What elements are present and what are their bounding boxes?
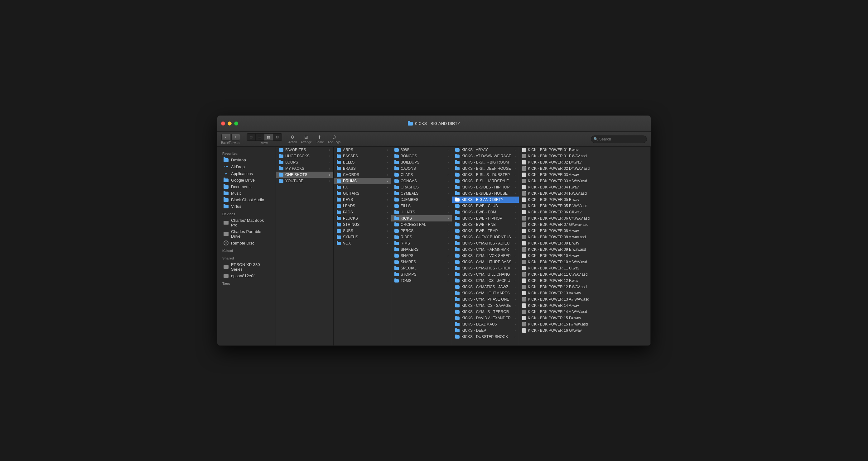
search-box[interactable]: 🔍 bbox=[591, 135, 647, 143]
col2-chords[interactable]: CHORDS › bbox=[334, 172, 391, 178]
icon-view-button[interactable]: ⊞ bbox=[247, 134, 256, 140]
col3-fills[interactable]: FILLS › bbox=[391, 203, 452, 209]
col3-congas[interactable]: CONGAS › bbox=[391, 178, 452, 184]
col2-bells[interactable]: BELLS › bbox=[334, 159, 391, 165]
action-button[interactable]: ⚙ Action bbox=[288, 134, 297, 144]
col4-kicks-cym-nightmares[interactable]: KICKS - CYM...IGHTMARES › bbox=[452, 290, 519, 296]
col2-leads[interactable]: LEADS › bbox=[334, 203, 391, 209]
col4-kicks-cym-savage[interactable]: KICKS - CYM...CS - SAVAGE › bbox=[452, 302, 519, 309]
maximize-button[interactable] bbox=[234, 122, 238, 126]
col4-kicks-big-and-dirty[interactable]: KICKS - BIG AND DIRTY › bbox=[452, 197, 519, 203]
col5-file-16g-wav[interactable]: KICK - BDK POWER 16 G#.wav bbox=[519, 327, 650, 334]
col3-percs[interactable]: PERCS › bbox=[391, 228, 452, 234]
col4-kicks-cymatics-grex[interactable]: KICKS - CYMATICS - G-REX › bbox=[452, 265, 519, 271]
col4-kicks-dubstep[interactable]: KICKS - DUBSTEP SHOCK › bbox=[452, 334, 519, 340]
col1-favorites[interactable]: FAVORITES › bbox=[276, 147, 333, 153]
col5-file-02d-wav[interactable]: KICK - BDK POWER 02 D#.wav bbox=[519, 159, 650, 165]
col2-guitars[interactable]: GUITARS › bbox=[334, 190, 391, 197]
col4-kicks-cym-phase-one[interactable]: KICKS - CYM...PHASE ONE › bbox=[452, 296, 519, 302]
col3-stomps[interactable]: STOMPS › bbox=[391, 271, 452, 277]
col5-file-09e-asd[interactable]: KICK - BDK POWER 09 E.wav.asd bbox=[519, 246, 650, 253]
col3-shakers[interactable]: SHAKERS › bbox=[391, 246, 452, 253]
col3-rims[interactable]: RIMS › bbox=[391, 240, 452, 246]
col5-file-12f-asd[interactable]: KICK - BDK POWER 12 F.WAV.asd bbox=[519, 284, 650, 290]
col4-kicks-cym-jack[interactable]: KICKS - CYM...ICS - JACK U › bbox=[452, 277, 519, 284]
col5-file-13as-wav[interactable]: KICK - BDK POWER 13 A#.wav bbox=[519, 290, 650, 296]
col5-file-09e-wav[interactable]: KICK - BDK POWER 09 E.wav bbox=[519, 240, 650, 246]
sidebar-item-airdrop[interactable]: 〜 AirDrop bbox=[219, 163, 274, 170]
minimize-button[interactable] bbox=[227, 122, 231, 126]
col4-kicks-cymatics-adieu[interactable]: KICKS - CYMATICS - ADIEU › bbox=[452, 240, 519, 246]
col2-subs[interactable]: SUBS › bbox=[334, 228, 391, 234]
sidebar-item-virtus[interactable]: Virtus bbox=[219, 203, 274, 210]
col4-kicks-cym-gill[interactable]: KICKS - CYM...GILL CHANG › bbox=[452, 271, 519, 277]
col1-my-packs[interactable]: MY PACKS › bbox=[276, 165, 333, 172]
col5-file-11c-wav[interactable]: KICK - BDK POWER 11 C.wav bbox=[519, 265, 650, 271]
col3-bongos[interactable]: BONGOS › bbox=[391, 153, 452, 159]
col1-one-shots[interactable]: ONE SHOTS › bbox=[276, 172, 333, 178]
col3-claps[interactable]: CLAPS › bbox=[391, 172, 452, 178]
col2-vox[interactable]: VOX › bbox=[334, 240, 391, 246]
sidebar-item-remote-disc[interactable]: Remote Disc bbox=[219, 239, 274, 246]
col3-cajons[interactable]: CAJONS › bbox=[391, 165, 452, 172]
col3-orchestral[interactable]: ORCHESTRAL › bbox=[391, 222, 452, 228]
col4-kicks-bsides-hiphop[interactable]: KICKS - B-SIDES - HIP HOP › bbox=[452, 184, 519, 190]
col4-kicks-chevy[interactable]: KICKS - CHEVY BHORNTUS › bbox=[452, 234, 519, 240]
col3-hi-hats[interactable]: HI HATS › bbox=[391, 209, 452, 215]
col5-file-06c-asd[interactable]: KICK - BDK POWER 06 C#.WAV.asd bbox=[519, 215, 650, 222]
col5-file-06c-wav[interactable]: KICK - BDK POWER 06 C#.wav bbox=[519, 209, 650, 215]
col4-kicks-bsi-hardstyle[interactable]: KICKS - B-SI...HARDSTYLE › bbox=[452, 178, 519, 184]
col2-fx[interactable]: FX › bbox=[334, 184, 391, 190]
col2-drums[interactable]: DRUMS › bbox=[334, 178, 391, 184]
col3-crashes[interactable]: CRASHES › bbox=[391, 184, 452, 190]
col5-file-05b-asd[interactable]: KICK - BDK POWER 05 B.WAV.asd bbox=[519, 203, 650, 209]
col4-kicks-bsi-deep-house[interactable]: KICKS - B-SI...DEEP HOUSE › bbox=[452, 165, 519, 172]
col3-rides[interactable]: RIDES › bbox=[391, 234, 452, 240]
sidebar-item-macbook[interactable]: Charles' MacBook Pro bbox=[219, 217, 274, 228]
list-view-button[interactable]: ☰ bbox=[256, 134, 265, 140]
sidebar-item-portable-drive[interactable]: Charles Portable Drive bbox=[219, 228, 274, 239]
col3-snares[interactable]: SNARES › bbox=[391, 259, 452, 265]
col3-kicks[interactable]: KICKS › bbox=[391, 215, 452, 222]
search-input[interactable] bbox=[599, 137, 644, 141]
col2-pads[interactable]: PADS › bbox=[334, 209, 391, 215]
sidebar-item-black-ghost-audio[interactable]: Black Ghost Audio bbox=[219, 197, 274, 203]
col2-keys[interactable]: KEYS › bbox=[334, 197, 391, 203]
col5-file-08a-wav[interactable]: KICK - BDK POWER 08 A.wav bbox=[519, 228, 650, 234]
col4-kicks-bwb-trap[interactable]: KICKS - BWB - TRAP › bbox=[452, 228, 519, 234]
col3-808s[interactable]: 808S › bbox=[391, 147, 452, 153]
add-tags-button[interactable]: ⬡ Add Tags bbox=[328, 134, 341, 144]
col3-cymbals[interactable]: CYMBALS › bbox=[391, 190, 452, 197]
column-view-button[interactable]: ▤ bbox=[265, 134, 273, 140]
col5-file-03a-asd[interactable]: KICK - BDK POWER 03 A.WAV.asd bbox=[519, 178, 650, 184]
col5-file-12f-wav[interactable]: KICK - BDK POWER 12 F.wav bbox=[519, 277, 650, 284]
col5-file-01f-asd[interactable]: KICK - BDK POWER 01 F.WAV.asd bbox=[519, 153, 650, 159]
col2-plucks[interactable]: PLUCKS › bbox=[334, 215, 391, 222]
col4-kicks-david[interactable]: KICKS - DAVID ALEXANDER › bbox=[452, 315, 519, 321]
sidebar-item-google-drive[interactable]: Google Drive bbox=[219, 177, 274, 184]
col2-arps[interactable]: ARPS › bbox=[334, 147, 391, 153]
col5-file-04f-asd[interactable]: KICK - BDK POWER 04 F.WAV.asd bbox=[519, 190, 650, 197]
col3-buildups[interactable]: BUILDUPS › bbox=[391, 159, 452, 165]
col4-kicks-aryay[interactable]: KICKS - ARYAY › bbox=[452, 147, 519, 153]
col3-special[interactable]: SPECIAL › bbox=[391, 265, 452, 271]
col5-file-11c-asd[interactable]: KICK - BDK POWER 11 C.WAV.asd bbox=[519, 271, 650, 277]
col3-toms[interactable]: TOMS › bbox=[391, 277, 452, 284]
col5-file-05b-wav[interactable]: KICK - BDK POWER 05 B.wav bbox=[519, 197, 650, 203]
col5-file-13as-asd[interactable]: KICK - BDK POWER 13 A#.WAV.asd bbox=[519, 296, 650, 302]
col4-kicks-at-dawn[interactable]: KICKS - AT DAWN WE RAGE › bbox=[452, 153, 519, 159]
forward-button[interactable]: › bbox=[231, 134, 240, 140]
col4-kicks-bsi-dubstep[interactable]: KICKS - B-SI...S - DUBSTEP › bbox=[452, 172, 519, 178]
sidebar-item-epson812[interactable]: epson812e0f bbox=[219, 272, 274, 279]
col1-huge-packs[interactable]: HUGE PACKS › bbox=[276, 153, 333, 159]
col4-kicks-bwb-rnb[interactable]: KICKS - BWB - RNB › bbox=[452, 222, 519, 228]
sidebar-item-desktop[interactable]: Desktop bbox=[219, 157, 274, 163]
col2-strings[interactable]: STRINGS › bbox=[334, 222, 391, 228]
col4-kicks-deadmau5[interactable]: KICKS - DEADMAU5 › bbox=[452, 321, 519, 327]
sidebar-item-applications[interactable]: A Applications bbox=[219, 170, 274, 177]
arrange-button[interactable]: ⊞ Arrange bbox=[301, 134, 312, 144]
col2-brass[interactable]: BRASS › bbox=[334, 165, 391, 172]
col4-kicks-cym-armnhmr[interactable]: KICKS - CYM...- ARMNHMR › bbox=[452, 246, 519, 253]
col4-kicks-bwb-club[interactable]: KICKS - BWB - CLUB › bbox=[452, 203, 519, 209]
col4-kicks-cym-terror[interactable]: KICKS - CYM...S - TERROR › bbox=[452, 309, 519, 315]
